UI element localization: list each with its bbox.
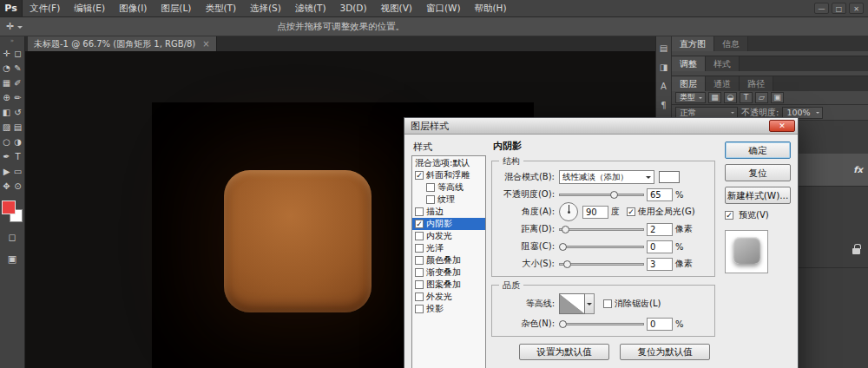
layers-filter-smart-icon[interactable]: ▣ (771, 92, 784, 103)
effect-item-satin[interactable]: 光泽 (412, 242, 485, 254)
layers-filter-adjustment-icon[interactable]: ◒ (724, 92, 737, 103)
menu-image[interactable]: 图像(I) (112, 0, 154, 16)
effect-item-outer-glow[interactable]: 外发光 (412, 291, 485, 303)
effect-item-bevel-emboss[interactable]: 斜面和浮雕 (412, 169, 485, 181)
document-tab[interactable]: 未标题-1 @ 66.7% (圆角矩形 1, RGB/8) × (28, 36, 217, 51)
slider-thumb[interactable] (559, 243, 567, 251)
dialog-close-button[interactable]: ✕ (769, 120, 795, 132)
panel-icon-character[interactable]: A (658, 81, 669, 92)
antialias-checkbox[interactable] (603, 299, 612, 308)
dialog-titlebar[interactable]: 图层样式 ✕ (404, 118, 798, 135)
menu-window[interactable]: 窗口(W) (419, 0, 468, 16)
contour-dropdown-icon[interactable] (585, 293, 595, 314)
effect-checkbox-satin[interactable] (415, 244, 424, 253)
tool-eyedropper[interactable]: ✐ (12, 76, 23, 90)
panel-tab-adjustments[interactable]: 调整 (672, 56, 706, 71)
size-input[interactable]: 3 (647, 258, 673, 271)
menu-edit[interactable]: 编辑(E) (67, 0, 112, 16)
panel-icon-paragraph[interactable]: ¶ (658, 100, 669, 111)
effect-checkbox-texture[interactable] (426, 195, 435, 204)
slider-thumb[interactable] (563, 260, 571, 268)
effect-item-blending-options[interactable]: 混合选项:默认 (412, 157, 485, 169)
tool-move[interactable]: ✛ (1, 47, 12, 61)
panel-tab-paths[interactable]: 路径 (740, 76, 773, 91)
panel-tab-histogram[interactable]: 直方图 (672, 36, 714, 51)
effect-item-pattern-overlay[interactable]: 图案叠加 (412, 279, 485, 291)
tool-blur[interactable]: ○ (1, 135, 12, 149)
panel-tab-info[interactable]: 信息 (714, 36, 748, 51)
size-slider[interactable] (559, 260, 644, 269)
tool-eraser[interactable]: ▨ (1, 121, 12, 135)
contour-picker[interactable] (559, 293, 585, 314)
tool-healing-brush[interactable]: ⊕ (1, 91, 12, 105)
quick-mask-icon[interactable]: ◻ (6, 232, 18, 244)
choke-slider[interactable] (559, 242, 644, 252)
new-style-button[interactable]: 新建样式(W)... (725, 187, 791, 204)
window-maximize-button[interactable]: □ (832, 3, 846, 14)
shadow-color-swatch[interactable] (659, 171, 680, 183)
effect-item-drop-shadow[interactable]: 投影 (412, 303, 485, 315)
set-default-button[interactable]: 设置为默认值 (519, 344, 609, 360)
effect-item-inner-glow[interactable]: 内发光 (412, 230, 485, 242)
tool-shape[interactable]: ▭ (12, 165, 23, 179)
collapse-tools-icon[interactable] (0, 36, 24, 45)
tool-gradient[interactable]: ▤ (12, 121, 23, 135)
tool-type[interactable]: T (12, 150, 23, 164)
menu-file[interactable]: 文件(F) (23, 0, 67, 16)
distance-input[interactable]: 2 (647, 223, 673, 236)
menu-filter[interactable]: 滤镜(T) (288, 0, 333, 16)
layers-filter-type-icon[interactable]: T (740, 92, 753, 103)
effect-checkbox-color-overlay[interactable] (415, 256, 424, 265)
noise-slider[interactable] (559, 319, 644, 329)
preview-checkbox[interactable] (725, 211, 733, 220)
effect-checkbox-bevel-emboss[interactable] (415, 171, 424, 180)
panel-icon-properties[interactable]: ◨ (658, 62, 669, 73)
blend-mode-dropdown[interactable]: 线性减淡（添加） (559, 170, 654, 184)
effect-item-color-overlay[interactable]: 颜色叠加 (412, 254, 485, 266)
effect-item-texture[interactable]: 纹理 (412, 194, 485, 206)
tool-history-brush[interactable]: ↺ (12, 106, 23, 120)
menu-type[interactable]: 类型(T) (198, 0, 243, 16)
tool-preset-caret-icon[interactable] (17, 26, 23, 31)
tool-brush[interactable]: ✏ (12, 91, 23, 105)
reset-button[interactable]: 复位 (725, 164, 791, 181)
effect-item-inner-shadow[interactable]: 内阴影 (412, 218, 485, 230)
opacity-input[interactable]: 65 (647, 188, 673, 201)
opacity-slider[interactable] (559, 190, 644, 200)
foreground-color-swatch[interactable] (2, 200, 16, 214)
rounded-rectangle-shape[interactable] (224, 170, 372, 312)
tool-dodge[interactable]: ◑ (12, 135, 23, 149)
menu-layer[interactable]: 图层(L) (154, 0, 198, 16)
menu-select[interactable]: 选择(S) (243, 0, 288, 16)
effect-checkbox-inner-shadow[interactable] (415, 220, 424, 228)
tool-lasso[interactable]: ◔ (1, 62, 12, 76)
tool-marquee[interactable]: ◻ (12, 47, 23, 61)
current-tool-icon[interactable]: ✛ (6, 21, 14, 32)
effect-checkbox-stroke[interactable] (415, 207, 424, 216)
slider-thumb[interactable] (610, 191, 618, 199)
layers-filter-type-select[interactable]: 类型 (675, 92, 706, 103)
reset-default-button[interactable]: 复位为默认值 (620, 344, 710, 360)
panel-tab-channels[interactable]: 通道 (706, 76, 740, 91)
panel-icon-history[interactable]: ▤ (658, 43, 669, 54)
layers-filter-pixel-icon[interactable]: ▦ (708, 92, 721, 103)
panel-tab-layers[interactable]: 图层 (672, 76, 706, 91)
angle-input[interactable]: 90 (582, 206, 608, 219)
tool-crop[interactable]: ▦ (1, 76, 12, 90)
effect-checkbox-contour[interactable] (426, 183, 435, 192)
menu-3d[interactable]: 3D(D) (332, 0, 373, 16)
layer-effects-fx-icon[interactable]: fx (853, 165, 863, 174)
menu-help[interactable]: 帮助(H) (468, 0, 514, 16)
effect-checkbox-inner-glow[interactable] (415, 232, 424, 240)
effect-item-contour[interactable]: 等高线 (412, 181, 485, 194)
slider-thumb[interactable] (562, 226, 569, 233)
layer-lock-icon[interactable] (852, 248, 860, 254)
panel-tab-styles[interactable]: 样式 (706, 56, 740, 71)
distance-slider[interactable] (559, 225, 644, 234)
effect-checkbox-gradient-overlay[interactable] (415, 268, 424, 277)
tool-quick-selection[interactable]: ✎ (12, 62, 23, 76)
layers-filter-shape-icon[interactable]: ▱ (755, 92, 768, 103)
window-minimize-button[interactable]: — (814, 3, 829, 14)
ok-button[interactable]: 确定 (725, 141, 791, 159)
choke-input[interactable]: 0 (647, 240, 673, 253)
